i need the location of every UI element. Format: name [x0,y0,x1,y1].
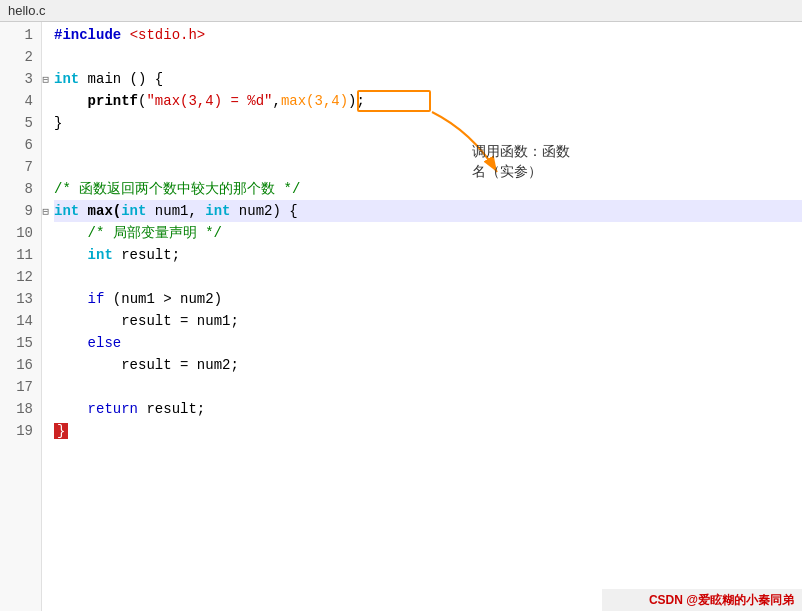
code-line-11: int result; [54,244,802,266]
return-kw: return [88,401,147,417]
line-num-10: 10 [0,222,41,244]
line-num-19: 19 [0,420,41,442]
return-val: result; [146,401,205,417]
line-num-6: 6 [0,134,41,156]
code-line-7 [54,156,802,178]
max-func-def: max( [88,203,122,219]
line-num-2: 2 [0,46,41,68]
code-line-8: /* 函数返回两个数中较大的那个数 */ [54,178,802,200]
line-numbers: 1 2 3⊟ 4 5 6 7 8 9⊟ 10 11 12 13 14 15 16… [0,22,42,611]
code-line-18: return result; [54,398,802,420]
line-num-13: 13 [0,288,41,310]
closing-brace: } [54,423,68,439]
line-num-11: 11 [0,244,41,266]
code-line-10: /* 局部变量声明 */ [54,222,802,244]
line-num-14: 14 [0,310,41,332]
main-func: main () { [88,71,164,87]
line-num-4: 4 [0,90,41,112]
else-kw: else [88,335,122,351]
string-4: "max(3,4) = %d" [146,93,272,109]
code-line-9: int max(int num1, int num2) { [54,200,802,222]
indent-13 [54,291,88,307]
title-bar: hello.c [0,0,802,22]
comment-10: /* 局部变量声明 */ [88,224,222,242]
result-decl: result; [121,247,180,263]
if-cond: (num1 > num2) [113,291,222,307]
fold-icon-9[interactable]: ⊟ [42,205,49,218]
num2-param: num2) { [239,203,298,219]
line-num-16: 16 [0,354,41,376]
printf-call: printf [88,93,138,109]
code-line-15: else [54,332,802,354]
line-num-1: 1 [0,24,41,46]
line-num-3: 3⊟ [0,68,41,90]
int-kw-9b: int [205,203,239,219]
code-line-19: } [54,420,802,442]
line-num-17: 17 [0,376,41,398]
brace-5: } [54,115,62,131]
indent-14 [54,313,121,329]
code-line-5: } [54,112,802,134]
line-num-8: 8 [0,178,41,200]
indent-4 [54,93,88,109]
line-num-9: 9⊟ [0,200,41,222]
comment-8: /* 函数返回两个数中较大的那个数 */ [54,180,300,198]
int-kw-9: int [54,203,88,219]
assign-16: result = num2; [121,357,239,373]
comma-4: , [272,93,280,109]
indent-15 [54,335,88,351]
indent-11 [54,247,88,263]
csdn-watermark: CSDN @爱眩糊的小秦同弟 [649,592,794,609]
if-kw: if [88,291,113,307]
indent-18 [54,401,88,417]
code-line-13: if (num1 > num2) [54,288,802,310]
code-line-6 [54,134,802,156]
line-num-18: 18 [0,398,41,420]
indent-10 [54,225,88,241]
close-4: ); [348,93,365,109]
fold-icon-3[interactable]: ⊟ [42,73,49,86]
code-area: #include <stdio.h> int main () { printf(… [42,22,802,611]
line-num-5: 5 [0,112,41,134]
line-num-7: 7 [0,156,41,178]
assign-14: result = num1; [121,313,239,329]
line-num-12: 12 [0,266,41,288]
code-line-14: result = num1; [54,310,802,332]
int-kw-9a: int [121,203,155,219]
code-line-17 [54,376,802,398]
int-kw-3: int [54,71,88,87]
bottom-bar: CSDN @爱眩糊的小秦同弟 [602,589,802,611]
code-line-1: #include <stdio.h> [54,24,802,46]
code-line-2 [54,46,802,68]
editor-container: 1 2 3⊟ 4 5 6 7 8 9⊟ 10 11 12 13 14 15 16… [0,22,802,611]
max-call: max(3,4) [281,93,348,109]
file-title: hello.c [8,3,46,18]
code-line-16: result = num2; [54,354,802,376]
include-keyword: #include [54,27,130,43]
code-line-12 [54,266,802,288]
include-file: <stdio.h> [130,27,206,43]
indent-16 [54,357,121,373]
int-kw-11: int [88,247,122,263]
line-num-15: 15 [0,332,41,354]
code-line-4: printf("max(3,4) = %d",max(3,4)); [54,90,802,112]
paren-open-4: ( [138,93,146,109]
num1-param: num1, [155,203,205,219]
code-line-3: int main () { [54,68,802,90]
